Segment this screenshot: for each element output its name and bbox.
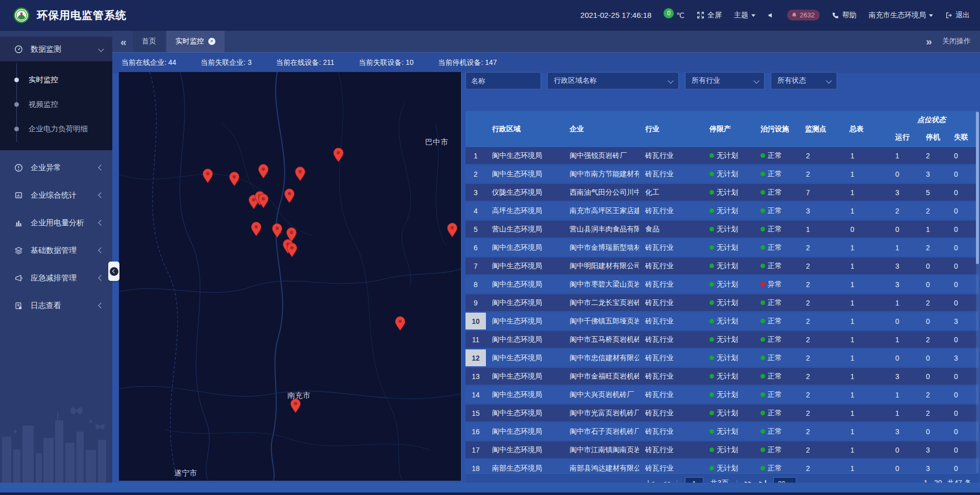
map-pin[interactable] (334, 148, 344, 162)
sidebar-subitem-0[interactable]: 实时监控 (0, 67, 112, 92)
close-operations-menu[interactable]: 关闭操作 (942, 37, 971, 46)
table-row[interactable]: 4高坪生态环境局南充市高坪区王家店建砖瓦行业无计划正常31220 (465, 202, 978, 219)
map-pin[interactable] (203, 169, 213, 183)
table-row[interactable]: 17阆中生态环境局阆中市江南镇阆南页岩砖瓦行业无计划正常21030 (465, 441, 978, 458)
close-tab-icon[interactable]: × (208, 38, 215, 45)
map-pin[interactable] (448, 223, 457, 238)
table-row[interactable]: 3仪陇生态环境局西南油气田分公司川中化工无计划正常71350 (465, 184, 978, 201)
row-number: 18 (465, 460, 486, 473)
status-dot-green-icon (709, 264, 714, 268)
map-pin[interactable] (396, 317, 405, 331)
footer-strip (0, 483, 980, 495)
status-select[interactable]: 所有状态 (771, 72, 837, 89)
map-pin[interactable] (291, 399, 301, 413)
cell-lost: 0 (947, 386, 975, 403)
status-dot-green-icon (709, 356, 714, 360)
cell-monitor: 2 (799, 147, 843, 164)
org-menu[interactable]: 南充市生态环境局 (869, 11, 933, 20)
cell-stopped: 0 (919, 313, 947, 329)
chevron-down-icon (98, 46, 104, 52)
sidebar-subitem-1[interactable]: 视频监控 (0, 92, 112, 116)
map-pin[interactable] (259, 164, 268, 179)
table-row[interactable]: 7阆中生态环境局阆中明阳建材有限公司砖瓦行业无计划正常21300 (465, 257, 978, 274)
notification-badge[interactable]: 2632 (787, 10, 820, 20)
map-pin[interactable] (230, 172, 239, 186)
mute-button[interactable] (768, 12, 775, 19)
cell-meter: 1 (843, 294, 888, 311)
table-row[interactable]: 16阆中生态环境局阆中市石子页岩机砖厂砖瓦行业无计划正常21300 (465, 423, 978, 440)
sidebar-item-base-data[interactable]: 基础数据管理 (0, 238, 112, 263)
cell-company: 阆中市金博瑞新型墙材 (564, 239, 639, 256)
table-row[interactable]: 1阆中生态环境局阆中强锐页岩砖厂砖瓦行业无计划正常21120 (465, 147, 978, 164)
sidebar-item-company-stats[interactable]: 企业综合统计 (0, 183, 112, 207)
table-row[interactable]: 10阆中生态环境局阆中千佛镇五郎垭页岩砖瓦行业无计划正常21003 (465, 313, 978, 329)
cell-monitor: 2 (799, 313, 843, 329)
table-row[interactable]: 2阆中生态环境局阆中市南方节能建材有砖瓦行业无计划正常21030 (465, 166, 978, 182)
map-pin[interactable] (296, 167, 305, 181)
map-pin[interactable] (252, 222, 261, 237)
cell-stop-limit: 无计划 (703, 331, 754, 348)
row-number: 8 (465, 276, 486, 293)
region-select[interactable]: 行政区域名称 (547, 72, 679, 89)
scrollbar-thumb[interactable] (976, 112, 979, 264)
cell-company: 阆中市枣碧大梁山页岩 (564, 276, 639, 293)
map-pin[interactable] (273, 224, 282, 238)
table-row[interactable]: 18南部生态环境局南部县鸿达建材有限公砖瓦行业无计划正常21030 (465, 460, 978, 473)
temperature-value: 0 (664, 8, 674, 18)
sidebar-subitem-2[interactable]: 企业电力负荷明细 (0, 116, 112, 141)
tabs-scroll-right-icon[interactable]: » (926, 35, 932, 48)
map-panel[interactable]: 巴中市南充市遂宁市 (119, 72, 461, 481)
cell-meter: 1 (843, 239, 888, 256)
sidebar-item-data-monitor[interactable]: 数据监测 (0, 37, 112, 61)
tab-realtime-monitor[interactable]: 实时监控 × (166, 31, 225, 52)
sidebar-collapse-handle[interactable] (108, 262, 119, 281)
status-dot-green-icon (761, 337, 765, 342)
sidebar-item-label: 应急减排管理 (31, 273, 99, 283)
stat-item-4: 当前停机设备: 147 (438, 58, 497, 67)
row-number: 13 (465, 368, 486, 385)
table-row[interactable]: 9阆中生态环境局阆中市二龙长宝页岩砖砖瓦行业无计划正常21120 (465, 294, 978, 311)
status-dot-green-icon (761, 374, 765, 379)
skyline-decoration (0, 401, 112, 483)
cell-stopped: 2 (919, 147, 947, 164)
map-pin[interactable] (259, 194, 268, 208)
sidebar-item-emergency[interactable]: 应急减排管理 (0, 266, 112, 290)
logout-button[interactable]: 退出 (945, 11, 970, 20)
col-meter: 总表 (843, 111, 888, 147)
sidebar-item-logs[interactable]: 日志查看 (0, 293, 112, 318)
sidebar-item-power-analysis[interactable]: 企业用电量分析 (0, 210, 112, 235)
sidebar-subitem-label: 视频监控 (29, 100, 58, 109)
map-city-label: 南充市 (287, 391, 310, 399)
help-button[interactable]: 帮助 (832, 11, 856, 20)
cell-lost: 0 (947, 202, 975, 219)
bullet-icon (14, 127, 19, 131)
table-row[interactable]: 5营山生态环境局营山县润丰肉食品有限食品无计划正常10010 (465, 221, 978, 238)
table-row[interactable]: 8阆中生态环境局阆中市枣碧大梁山页岩砖瓦行业无计划异常21300 (465, 276, 978, 293)
industry-select[interactable]: 所有行业 (685, 72, 765, 89)
table-row[interactable]: 15阆中生态环境局阆中市光富页岩机砖厂砖瓦行业无计划正常21120 (465, 405, 978, 421)
cell-company: 阆中市五马桥页岩机砖 (564, 331, 639, 348)
sidebar-item-company-abnormal[interactable]: 企业异常 (0, 155, 112, 180)
cell-monitor: 2 (799, 368, 843, 385)
cell-stop-limit: 无计划 (703, 202, 754, 219)
cell-stop-limit: 无计划 (703, 239, 754, 256)
name-search-input[interactable] (465, 72, 541, 89)
fullscreen-button[interactable]: 全屏 (697, 11, 722, 20)
tab-home[interactable]: 首页 (133, 31, 165, 52)
theme-menu[interactable]: 主题 (734, 11, 755, 20)
cell-facility: 正常 (754, 147, 799, 164)
table-row[interactable]: 14阆中生态环境局阆中大兴页岩机砖厂砖瓦行业无计划正常21120 (465, 386, 978, 403)
table-row[interactable]: 12阆中生态环境局阆中市忠信建材有限公砖瓦行业无计划正常21003 (465, 349, 978, 366)
table-row[interactable]: 6阆中生态环境局阆中市金博瑞新型墙材砖瓦行业无计划正常21120 (465, 239, 978, 256)
chevron-down-icon (753, 78, 759, 83)
cell-region: 阆中生态环境局 (486, 386, 564, 403)
table-scrollbar[interactable] (976, 111, 979, 473)
page-title: 环保用电监管系统 (37, 8, 127, 22)
cell-industry: 砖瓦行业 (639, 257, 703, 274)
table-row[interactable]: 11阆中生态环境局阆中市五马桥页岩机砖砖瓦行业无计划正常21120 (465, 331, 978, 348)
tabs-scroll-left-icon[interactable]: « (120, 36, 127, 47)
table-row[interactable]: 13阆中生态环境局阆中市金福旺页岩机砖砖瓦行业无计划正常21300 (465, 368, 978, 385)
filter-bar: 行政区域名称 所有行业 所有状态 (465, 72, 978, 89)
map-pin[interactable] (287, 243, 297, 257)
map-pin[interactable] (285, 189, 295, 203)
